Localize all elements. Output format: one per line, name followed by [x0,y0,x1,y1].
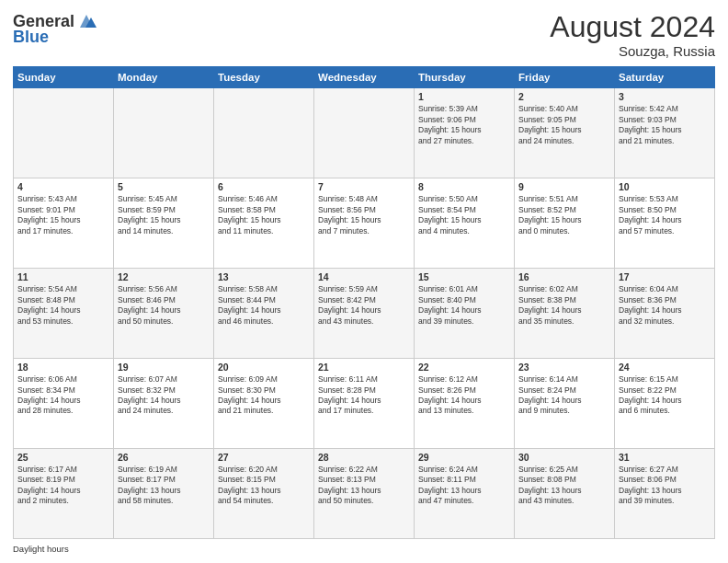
header-monday: Monday [114,67,214,88]
calendar-cell: 9Sunrise: 5:51 AMSunset: 8:52 PMDaylight… [515,178,615,269]
header-thursday: Thursday [415,67,515,88]
day-info: Sunrise: 5:54 AMSunset: 8:48 PMDaylight:… [17,284,109,327]
calendar-cell: 21Sunrise: 6:11 AMSunset: 8:28 PMDayligh… [314,359,415,449]
day-number: 20 [218,362,310,373]
calendar-cell: 26Sunrise: 6:19 AMSunset: 8:17 PMDayligh… [114,449,214,539]
calendar-cell: 14Sunrise: 5:59 AMSunset: 8:42 PMDayligh… [314,269,415,359]
logo-blue: Blue [13,28,49,47]
day-info: Sunrise: 5:46 AMSunset: 8:58 PMDaylight:… [218,194,310,236]
calendar-cell: 12Sunrise: 5:56 AMSunset: 8:46 PMDayligh… [114,269,214,359]
calendar-cell: 29Sunrise: 6:24 AMSunset: 8:11 PMDayligh… [415,449,515,539]
week-row-3: 11Sunrise: 5:54 AMSunset: 8:48 PMDayligh… [14,269,715,359]
calendar-cell: 27Sunrise: 6:20 AMSunset: 8:15 PMDayligh… [214,449,314,539]
day-number: 4 [17,181,109,192]
day-number: 27 [218,452,310,463]
calendar-cell: 17Sunrise: 6:04 AMSunset: 8:36 PMDayligh… [615,269,715,359]
header-sunday: Sunday [14,67,114,88]
calendar-cell [14,88,114,178]
day-info: Sunrise: 6:24 AMSunset: 8:11 PMDaylight:… [418,465,510,507]
calendar-cell: 30Sunrise: 6:25 AMSunset: 8:08 PMDayligh… [515,449,615,539]
day-info: Sunrise: 6:27 AMSunset: 8:06 PMDaylight:… [619,465,711,507]
calendar-cell: 28Sunrise: 6:22 AMSunset: 8:13 PMDayligh… [314,449,415,539]
calendar-cell: 20Sunrise: 6:09 AMSunset: 8:30 PMDayligh… [214,359,314,449]
calendar-cell: 6Sunrise: 5:46 AMSunset: 8:58 PMDaylight… [214,178,314,269]
day-info: Sunrise: 5:42 AMSunset: 9:03 PMDaylight:… [619,104,711,146]
header-row: SundayMondayTuesdayWednesdayThursdayFrid… [14,67,715,88]
day-info: Sunrise: 6:02 AMSunset: 8:38 PMDaylight:… [518,284,610,327]
calendar-cell: 31Sunrise: 6:27 AMSunset: 8:06 PMDayligh… [615,449,715,539]
day-number: 24 [619,362,711,373]
day-number: 3 [619,91,711,102]
header: General Blue August 2024 Souzga, Russia [13,11,715,59]
calendar-cell: 22Sunrise: 6:12 AMSunset: 8:26 PMDayligh… [415,359,515,449]
logo-icon [76,11,97,31]
page: General Blue August 2024 Souzga, Russia … [0,0,728,563]
day-info: Sunrise: 6:04 AMSunset: 8:36 PMDaylight:… [619,284,711,327]
calendar-cell: 3Sunrise: 5:42 AMSunset: 9:03 PMDaylight… [615,88,715,178]
calendar-cell: 13Sunrise: 5:58 AMSunset: 8:44 PMDayligh… [214,269,314,359]
day-info: Sunrise: 5:59 AMSunset: 8:42 PMDaylight:… [318,284,410,327]
day-number: 23 [518,362,610,373]
calendar-cell: 23Sunrise: 6:14 AMSunset: 8:24 PMDayligh… [515,359,615,449]
calendar-cell [314,88,415,178]
day-number: 13 [218,271,310,282]
day-info: Sunrise: 6:20 AMSunset: 8:15 PMDaylight:… [218,465,310,507]
day-number: 31 [619,452,711,463]
calendar-cell [114,88,214,178]
calendar-table: SundayMondayTuesdayWednesdayThursdayFrid… [13,66,715,539]
calendar-cell: 1Sunrise: 5:39 AMSunset: 9:06 PMDaylight… [415,88,515,178]
day-number: 25 [17,452,109,463]
calendar-cell: 25Sunrise: 6:17 AMSunset: 8:19 PMDayligh… [14,449,114,539]
header-wednesday: Wednesday [314,67,415,88]
day-info: Sunrise: 6:01 AMSunset: 8:40 PMDaylight:… [418,284,510,327]
day-info: Sunrise: 5:50 AMSunset: 8:54 PMDaylight:… [418,194,510,236]
week-row-1: 1Sunrise: 5:39 AMSunset: 9:06 PMDaylight… [14,88,715,178]
week-row-5: 25Sunrise: 6:17 AMSunset: 8:19 PMDayligh… [14,449,715,539]
day-info: Sunrise: 5:45 AMSunset: 8:59 PMDaylight:… [118,194,210,236]
day-info: Sunrise: 5:48 AMSunset: 8:56 PMDaylight:… [318,194,410,236]
day-number: 6 [218,181,310,192]
day-info: Sunrise: 5:43 AMSunset: 9:01 PMDaylight:… [17,194,109,236]
calendar-cell: 10Sunrise: 5:53 AMSunset: 8:50 PMDayligh… [615,178,715,269]
calendar-cell: 16Sunrise: 6:02 AMSunset: 8:38 PMDayligh… [515,269,615,359]
day-info: Sunrise: 6:14 AMSunset: 8:24 PMDaylight:… [518,374,610,417]
calendar-cell: 18Sunrise: 6:06 AMSunset: 8:34 PMDayligh… [14,359,114,449]
calendar-cell: 7Sunrise: 5:48 AMSunset: 8:56 PMDaylight… [314,178,415,269]
header-tuesday: Tuesday [214,67,314,88]
calendar-cell: 11Sunrise: 5:54 AMSunset: 8:48 PMDayligh… [14,269,114,359]
day-info: Sunrise: 6:07 AMSunset: 8:32 PMDaylight:… [118,374,210,417]
day-info: Sunrise: 6:12 AMSunset: 8:26 PMDaylight:… [418,374,510,417]
day-number: 18 [17,362,109,373]
day-info: Sunrise: 5:58 AMSunset: 8:44 PMDaylight:… [218,284,310,327]
calendar-cell: 5Sunrise: 5:45 AMSunset: 8:59 PMDaylight… [114,178,214,269]
day-number: 22 [418,362,510,373]
day-info: Sunrise: 5:56 AMSunset: 8:46 PMDaylight:… [118,284,210,327]
day-number: 17 [619,271,711,282]
day-info: Sunrise: 6:09 AMSunset: 8:30 PMDaylight:… [218,374,310,417]
day-info: Sunrise: 5:53 AMSunset: 8:50 PMDaylight:… [619,194,711,236]
day-number: 1 [418,91,510,102]
day-info: Sunrise: 6:06 AMSunset: 8:34 PMDaylight:… [17,374,109,417]
day-number: 15 [418,271,510,282]
calendar-cell: 8Sunrise: 5:50 AMSunset: 8:54 PMDaylight… [415,178,515,269]
day-number: 26 [118,452,210,463]
day-number: 16 [518,271,610,282]
day-number: 30 [518,452,610,463]
calendar-cell: 2Sunrise: 5:40 AMSunset: 9:05 PMDaylight… [515,88,615,178]
calendar-cell: 4Sunrise: 5:43 AMSunset: 9:01 PMDaylight… [14,178,114,269]
day-number: 10 [619,181,711,192]
day-info: Sunrise: 6:25 AMSunset: 8:08 PMDaylight:… [518,465,610,507]
header-saturday: Saturday [615,67,715,88]
day-info: Sunrise: 5:51 AMSunset: 8:52 PMDaylight:… [518,194,610,236]
calendar-cell: 24Sunrise: 6:15 AMSunset: 8:22 PMDayligh… [615,359,715,449]
location: Souzga, Russia [550,43,715,59]
day-info: Sunrise: 6:11 AMSunset: 8:28 PMDaylight:… [318,374,410,417]
day-info: Sunrise: 6:17 AMSunset: 8:19 PMDaylight:… [17,465,109,507]
week-row-4: 18Sunrise: 6:06 AMSunset: 8:34 PMDayligh… [14,359,715,449]
day-number: 14 [318,271,410,282]
day-number: 29 [418,452,510,463]
day-number: 2 [518,91,610,102]
calendar-cell: 19Sunrise: 6:07 AMSunset: 8:32 PMDayligh… [114,359,214,449]
calendar-cell: 15Sunrise: 6:01 AMSunset: 8:40 PMDayligh… [415,269,515,359]
title-block: August 2024 Souzga, Russia [550,11,715,59]
